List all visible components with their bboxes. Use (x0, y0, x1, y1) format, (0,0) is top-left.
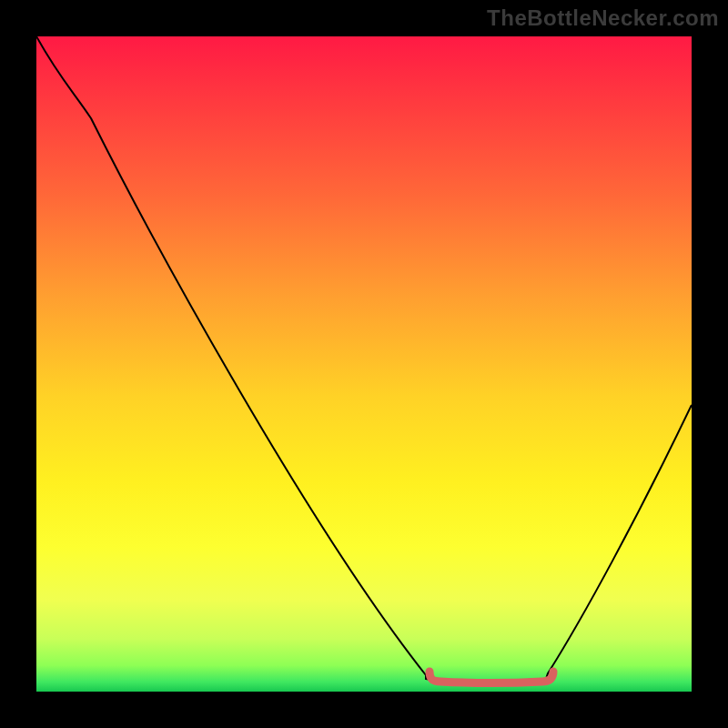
gradient-background (36, 36, 692, 692)
chart-frame: TheBottleNecker.com (0, 0, 728, 728)
bottleneck-chart (36, 36, 692, 692)
plot-area (36, 36, 692, 692)
watermark-text: TheBottleNecker.com (487, 5, 719, 31)
